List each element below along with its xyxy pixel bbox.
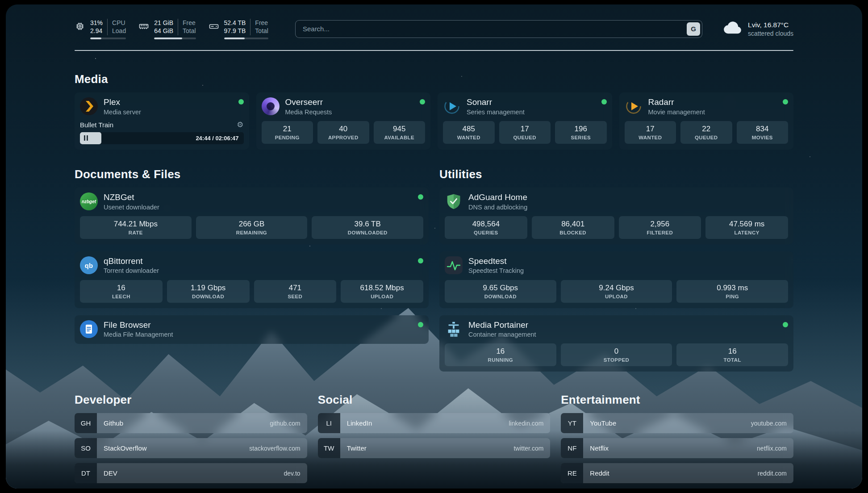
service-name: NZBGet bbox=[104, 192, 159, 203]
now-playing-title: Bullet Train bbox=[80, 121, 113, 129]
bookmark-name: LinkedIn bbox=[340, 419, 372, 427]
stat-filtered: 2,956 FILTERED bbox=[619, 216, 701, 239]
service-subtitle: Series management bbox=[467, 108, 525, 116]
section-title-media: Media bbox=[75, 72, 793, 86]
bookmark-name: Reddit bbox=[583, 469, 609, 477]
service-card-plex[interactable]: Plex Media server Bullet Train ⚙ bbox=[75, 92, 249, 150]
bookmark-url: linkedin.com bbox=[509, 420, 551, 427]
memory-total-value: 64 GiB bbox=[154, 27, 178, 35]
section-title-utilities: Utilities bbox=[439, 167, 793, 181]
status-indicator bbox=[238, 99, 244, 104]
bookmark-url: stackoverflow.com bbox=[249, 445, 307, 452]
service-subtitle: Media File Management bbox=[104, 330, 173, 338]
adguard-icon bbox=[445, 192, 463, 210]
bookmark-netflix[interactable]: NF Netflix netflix.com bbox=[561, 438, 793, 458]
service-name: Plex bbox=[104, 97, 141, 108]
dashboard-app: 31% CPU 2.94 Load bbox=[6, 4, 862, 489]
service-card-sonarr[interactable]: Sonarr Series management 485 WANTED bbox=[438, 92, 612, 150]
playback-bar[interactable]: 24:44 / 02:06:47 bbox=[80, 132, 244, 144]
weather-location: Lviv, 16.87°C bbox=[748, 21, 793, 29]
portainer-icon bbox=[445, 320, 463, 338]
bookmark-name: DEV bbox=[97, 469, 117, 477]
header-divider bbox=[75, 50, 793, 51]
section-title-documents: Documents & Files bbox=[75, 167, 429, 181]
bookmark-name: Netflix bbox=[583, 444, 609, 452]
service-subtitle: Movie management bbox=[648, 108, 705, 116]
service-card-nzbget[interactable]: nzbget NZBGet Usenet downloader bbox=[75, 188, 429, 244]
service-card-radarr[interactable]: Radarr Movie management 17 WANTED 2 bbox=[619, 92, 794, 150]
stat-latency: 47.569 ms LATENCY bbox=[705, 216, 788, 239]
bookmark-name: StackOverflow bbox=[97, 444, 147, 452]
bookmark-url: twitter.com bbox=[513, 445, 550, 452]
filebrowser-icon bbox=[80, 320, 98, 338]
stat-blocked: 86,401 BLOCKED bbox=[532, 216, 614, 239]
cpu-load-label: Load bbox=[107, 27, 126, 35]
service-name: Sonarr bbox=[467, 97, 525, 108]
status-indicator bbox=[420, 99, 425, 104]
cpu-widget: 31% CPU 2.94 Load bbox=[75, 19, 126, 39]
memory-icon bbox=[138, 19, 149, 32]
service-subtitle: Media server bbox=[104, 108, 141, 116]
bookmark-abbr: SO bbox=[75, 438, 97, 458]
service-name: qBittorrent bbox=[104, 256, 159, 267]
disk-progress-bar bbox=[224, 38, 268, 39]
service-name: Overseerr bbox=[285, 97, 332, 108]
bookmark-youtube[interactable]: YT YouTube youtube.com bbox=[561, 413, 793, 433]
service-subtitle: Media Requests bbox=[285, 108, 332, 116]
bookmark-url: netflix.com bbox=[757, 445, 793, 452]
service-subtitle: Speedtest Tracking bbox=[468, 267, 524, 275]
cloud-icon bbox=[723, 21, 743, 37]
service-card-speedtest[interactable]: Speedtest Speedtest Tracking 9.65 Gbps D… bbox=[439, 251, 793, 308]
radarr-icon bbox=[625, 97, 643, 115]
service-card-portainer[interactable]: Media Portainer Container management 16 … bbox=[439, 315, 793, 372]
speedtest-icon bbox=[445, 256, 463, 274]
weather-widget[interactable]: Lviv, 16.87°C scattered clouds bbox=[723, 21, 793, 37]
bookmark-twitter[interactable]: TW Twitter twitter.com bbox=[318, 438, 551, 458]
stat-upload: 618.52 Mbps UPLOAD bbox=[341, 280, 423, 303]
qbittorrent-icon: qb bbox=[80, 256, 98, 274]
screen-frame: 31% CPU 2.94 Load bbox=[0, 0, 868, 493]
service-name: File Browser bbox=[104, 320, 173, 330]
gear-icon[interactable]: ⚙ bbox=[237, 121, 243, 129]
stat-upload: 9.24 Gbps UPLOAD bbox=[561, 280, 672, 303]
service-card-overseerr[interactable]: Overseerr Media Requests 21 PENDING bbox=[256, 92, 431, 150]
search-input[interactable] bbox=[295, 20, 702, 38]
stat-download: 9.65 Gbps DOWNLOAD bbox=[445, 280, 556, 303]
disk-free-label: Free bbox=[250, 19, 268, 27]
bookmark-dev[interactable]: DT DEV dev.to bbox=[75, 463, 307, 483]
weather-condition: scattered clouds bbox=[748, 30, 793, 37]
stat-downloaded: 39.6 TB DOWNLOADED bbox=[312, 216, 423, 239]
search-provider-button[interactable]: G bbox=[687, 22, 700, 36]
service-card-adguard[interactable]: AdGuard Home DNS and adblocking 498,564 … bbox=[439, 188, 793, 244]
bookmark-name: Github bbox=[97, 419, 123, 427]
pause-icon[interactable] bbox=[84, 135, 88, 141]
plex-icon bbox=[80, 97, 98, 115]
bookmark-reddit[interactable]: RE Reddit reddit.com bbox=[561, 463, 793, 483]
section-title-entertainment: Entertainment bbox=[561, 393, 793, 407]
service-card-filebrowser[interactable]: File Browser Media File Management bbox=[75, 315, 429, 344]
stat-queued: 17 QUEUED bbox=[499, 121, 551, 144]
bookmark-abbr: NF bbox=[561, 438, 583, 458]
sonarr-icon bbox=[443, 97, 461, 115]
stat-total: 16 TOTAL bbox=[676, 343, 788, 366]
bookmark-abbr: RE bbox=[561, 463, 583, 483]
bookmark-linkedin[interactable]: LI LinkedIn linkedin.com bbox=[318, 413, 551, 433]
bookmark-abbr: GH bbox=[75, 413, 97, 433]
section-title-developer: Developer bbox=[75, 393, 307, 407]
stat-ping: 0.993 ms PING bbox=[676, 280, 788, 303]
bookmark-github[interactable]: GH Github github.com bbox=[75, 413, 307, 433]
playback-progress bbox=[80, 132, 101, 144]
service-card-qbittorrent[interactable]: qb qBittorrent Torrent downloader bbox=[75, 251, 429, 308]
status-indicator bbox=[418, 322, 423, 327]
service-subtitle: Usenet downloader bbox=[104, 203, 159, 211]
bookmark-abbr: YT bbox=[561, 413, 583, 433]
service-name: Speedtest bbox=[468, 256, 524, 267]
stat-series: 196 SERIES bbox=[555, 121, 607, 144]
status-indicator bbox=[783, 322, 788, 327]
stat-wanted: 485 WANTED bbox=[443, 121, 495, 144]
service-name: Radarr bbox=[648, 97, 705, 108]
bookmark-url: youtube.com bbox=[751, 420, 793, 427]
bookmark-stackoverflow[interactable]: SO StackOverflow stackoverflow.com bbox=[75, 438, 307, 458]
disk-total-value: 97.9 TB bbox=[224, 27, 250, 35]
memory-progress-bar bbox=[154, 38, 196, 39]
